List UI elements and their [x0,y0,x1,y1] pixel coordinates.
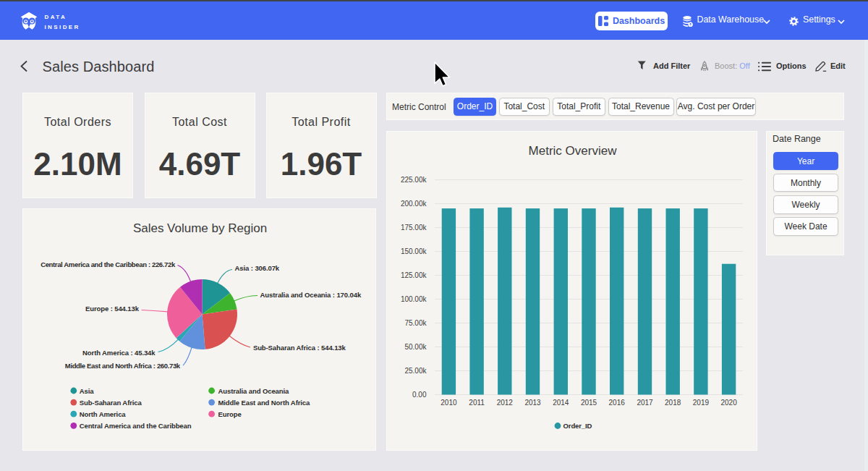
svg-text:Europe: Europe [218,410,242,418]
svg-text:2015: 2015 [581,398,597,406]
svg-text:2012: 2012 [497,398,514,406]
svg-text:North America : 45.34k: North America : 45.34k [82,348,156,356]
svg-text:2017: 2017 [637,398,653,406]
svg-text:Central America and the Caribb: Central America and the Caribbean [80,422,192,430]
svg-text:2010: 2010 [441,398,457,406]
svg-text:Sub-Saharan Africa : 544.13k: Sub-Saharan Africa : 544.13k [253,343,346,351]
svg-text:0.00: 0.00 [412,391,427,399]
svg-text:225.00k: 225.00k [401,176,427,184]
svg-text:50.00k: 50.00k [404,343,427,351]
svg-text:Sub-Saharan Africa: Sub-Saharan Africa [80,398,142,406]
svg-text:25.00k: 25.00k [404,367,427,375]
svg-text:Order_ID: Order_ID [563,422,592,430]
svg-text:2018: 2018 [665,398,681,406]
svg-text:2013: 2013 [524,398,541,406]
svg-text:Metric Overview: Metric Overview [529,143,618,157]
svg-text:75.00k: 75.00k [404,319,427,327]
svg-text:Middle East and North Africa: Middle East and North Africa [218,398,311,406]
svg-text:2019: 2019 [693,398,710,406]
svg-text:125.00k: 125.00k [401,271,427,279]
svg-text:North America: North America [80,410,127,418]
svg-text:2011: 2011 [469,398,485,406]
svg-text:175.00k: 175.00k [401,224,427,232]
svg-text:2016: 2016 [609,398,626,406]
svg-text:2014: 2014 [553,398,569,406]
svg-text:Sales Volume by Region: Sales Volume by Region [133,221,267,235]
svg-text:Asia : 306.07k: Asia : 306.07k [235,263,280,271]
svg-text:Asia: Asia [80,386,94,394]
svg-text:100.00k: 100.00k [401,295,427,303]
svg-text:200.00k: 200.00k [401,200,427,208]
svg-text:Europe : 544.13k: Europe : 544.13k [85,305,140,313]
svg-text:Australia and Oceania: Australia and Oceania [218,386,290,394]
svg-text:Australia and Oceania : 170.04: Australia and Oceania : 170.04k [260,290,362,298]
svg-text:150.00k: 150.00k [401,247,427,255]
svg-text:2020: 2020 [720,398,737,406]
svg-text:Central America and the Caribb: Central America and the Caribbean : 226.… [41,260,176,268]
svg-text:Middle East and North Africa :: Middle East and North Africa : 260.73k [65,362,181,370]
